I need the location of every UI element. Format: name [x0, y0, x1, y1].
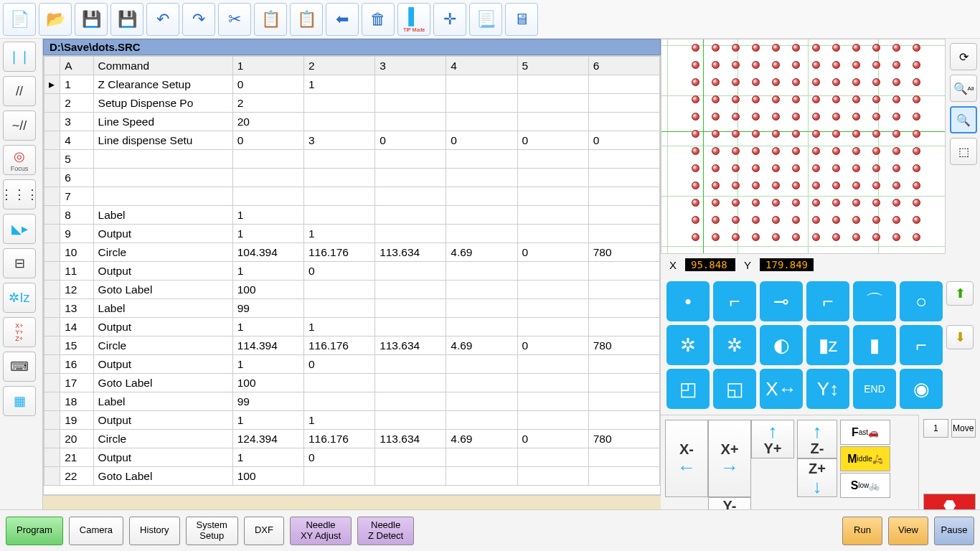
col-header[interactable]: 2 — [303, 57, 374, 75]
paste-button[interactable]: 📋 — [290, 3, 323, 36]
stop-button[interactable]: ⬣ — [923, 494, 976, 509]
lines-para-tool[interactable]: // — [3, 76, 36, 106]
table-row[interactable]: 13Label99 — [44, 299, 660, 318]
line-mid-cmd[interactable]: ⊸ — [760, 281, 803, 321]
program-button[interactable]: Program — [6, 517, 63, 545]
zoom-window-button[interactable]: 🔍 — [950, 106, 977, 133]
table-row[interactable]: 22Goto Label100 — [44, 467, 660, 486]
dxf-button[interactable]: DXF — [244, 517, 284, 545]
table-row[interactable]: 19Output11 — [44, 411, 660, 430]
col-header[interactable]: 5 — [517, 57, 588, 75]
end-cmd[interactable]: END — [853, 369, 896, 409]
table-row[interactable]: ▸1Z Clearance Setup01 — [44, 75, 660, 94]
program-table[interactable]: ACommand123456▸1Z Clearance Setup012Setu… — [43, 55, 661, 495]
jog-y-minus[interactable]: Y-↓ — [708, 497, 751, 509]
dot-matrix-tool[interactable]: ⋮⋮⋮ — [3, 179, 36, 209]
speed-slow[interactable]: Slow 🚲 — [840, 473, 890, 498]
col-header[interactable]: 6 — [588, 57, 659, 75]
spiral-cmd[interactable]: ◉ — [900, 369, 943, 409]
col-header[interactable]: A — [60, 57, 93, 75]
table-row[interactable]: 7 — [44, 187, 660, 206]
y-mirror-cmd[interactable]: Y↕ — [806, 369, 849, 409]
scroll-up[interactable]: ⬆ — [946, 281, 974, 306]
needle-z-tool[interactable]: ✲Iz — [3, 283, 36, 313]
z-detect-cmd[interactable]: ▮ — [853, 325, 896, 365]
table-row[interactable]: 9Output11 — [44, 225, 660, 243]
z-height-cmd[interactable]: ▮z — [806, 325, 849, 365]
tree-tool[interactable]: ⊟ — [3, 248, 36, 278]
history-button[interactable]: History — [129, 517, 179, 545]
speed-middle[interactable]: Middle🛵 — [840, 446, 890, 471]
jog-z-plus[interactable]: Z+↓ — [797, 458, 837, 497]
table-row[interactable]: 18Label99 — [44, 392, 660, 411]
table-row[interactable]: 10Circle104.394116.176113.6344.690780 — [44, 243, 660, 262]
copy-button[interactable]: 📋 — [254, 3, 287, 36]
gauge-cmd[interactable]: ◐ — [760, 325, 803, 365]
calc-tool[interactable]: ▦ — [3, 386, 36, 416]
col-header[interactable]: 3 — [375, 57, 446, 75]
table-row[interactable]: 12Goto Label100 — [44, 281, 660, 299]
zoom-all-button[interactable]: 🔍All — [950, 75, 977, 102]
move-button[interactable]: Move — [951, 419, 976, 438]
tip-mode-button[interactable]: ▌TIP Mode — [397, 3, 430, 36]
table-row[interactable]: 6 — [44, 169, 660, 187]
table-row[interactable]: 15Circle114.394116.176113.6344.690780 — [44, 336, 660, 355]
table-row[interactable]: 20Circle124.394116.176113.6344.690780 — [44, 430, 660, 448]
run-button[interactable]: Run — [842, 517, 882, 545]
jog-x-minus[interactable]: X-← — [665, 420, 708, 497]
table-row[interactable]: 21Output10 — [44, 448, 660, 467]
circle-cmd[interactable]: ○ — [900, 281, 943, 321]
jog-y-plus[interactable]: ↑Y+ — [751, 420, 794, 458]
table-row[interactable]: 3Line Speed20 — [44, 113, 660, 131]
x-mirror-cmd[interactable]: X↔ — [760, 369, 803, 409]
target-button[interactable]: ✛ — [433, 3, 466, 36]
table-row[interactable]: 11Output10 — [44, 262, 660, 281]
table-row[interactable]: 8Label1 — [44, 206, 660, 225]
col-header[interactable]: Command — [93, 57, 232, 75]
col-header[interactable]: 4 — [446, 57, 517, 75]
needle-xy-button[interactable]: NeedleXY Adjust — [290, 517, 352, 545]
new-button[interactable]: 📄 — [3, 3, 36, 36]
list-button[interactable]: 📃 — [469, 3, 502, 36]
measure-tool[interactable]: ◣▸ — [3, 214, 36, 244]
line-end-cmd[interactable]: ⌐ — [806, 281, 849, 321]
redo-button[interactable]: ↷ — [182, 3, 215, 36]
camera-button[interactable]: Camera — [69, 517, 123, 545]
lines-vert-tool[interactable]: ❘❘ — [3, 42, 36, 72]
cut-button[interactable]: ✂ — [218, 3, 251, 36]
focus-tool[interactable]: ◎Focus — [3, 145, 36, 175]
scroll-down[interactable]: ⬇ — [946, 325, 974, 349]
needle-park-cmd[interactable]: ⌐ — [900, 325, 943, 365]
table-row[interactable]: 5 — [44, 150, 660, 169]
move-step[interactable]: 1 — [923, 419, 948, 438]
xyz-adjust-tool[interactable]: X+ Y+ Z+ — [3, 317, 36, 347]
dot-cmd[interactable]: • — [666, 281, 710, 321]
copy-shape-cmd[interactable]: ◱ — [713, 369, 756, 409]
keyboard-tool[interactable]: ⌨ — [3, 352, 36, 382]
insert-button[interactable]: ⬅ — [326, 3, 359, 36]
jog-x-plus[interactable]: X+→ — [708, 420, 751, 497]
open-button[interactable]: 📂 — [39, 3, 72, 36]
dispense-cfg-cmd[interactable]: ✲ — [666, 325, 710, 365]
view-button[interactable]: View — [888, 517, 928, 545]
col-header[interactable]: 1 — [232, 57, 303, 75]
jog-z-minus[interactable]: ↑Z- — [797, 420, 837, 458]
needle-z-button[interactable]: NeedleZ Detect — [357, 517, 414, 545]
table-row[interactable]: 17Goto Label100 — [44, 374, 660, 392]
preview-canvas[interactable] — [661, 39, 946, 254]
table-row[interactable]: 16Output10 — [44, 355, 660, 374]
screen-button[interactable]: 🖥 — [505, 3, 538, 36]
pause-button[interactable]: Pause — [934, 517, 974, 545]
table-row[interactable]: 4Line dispense Setu030000 — [44, 131, 660, 150]
lines-wave-tool[interactable]: ~// — [3, 110, 36, 141]
speed-fast[interactable]: Fast 🚗 — [840, 420, 890, 445]
undo-button[interactable]: ↶ — [146, 3, 179, 36]
save-button[interactable]: 💾 — [75, 3, 108, 36]
refresh-button[interactable]: ⟳ — [950, 43, 977, 70]
table-row[interactable]: 2Setup Dispense Po2 — [44, 94, 660, 113]
table-row[interactable]: 14Output11 — [44, 318, 660, 336]
arc-cmd[interactable]: ⌒ — [853, 281, 896, 321]
save-edit-button[interactable]: 💾 — [110, 3, 143, 36]
select-cmd[interactable]: ◰ — [666, 369, 710, 409]
needle-cfg-cmd[interactable]: ✲ — [713, 325, 756, 365]
